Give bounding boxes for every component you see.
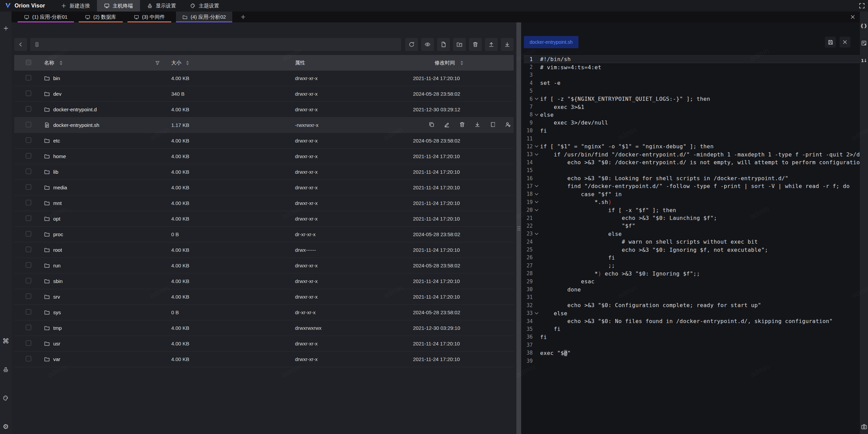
file-name[interactable]: usr	[53, 341, 60, 346]
download-button[interactable]	[501, 38, 514, 51]
editor-file-tab[interactable]: docker-entrypoint.sh	[524, 36, 578, 48]
fold-chevron-icon[interactable]	[534, 232, 539, 236]
refresh-button[interactable]	[405, 38, 418, 51]
screenshot-button[interactable]	[860, 422, 868, 431]
new-connection-button[interactable]	[0, 24, 12, 33]
row-checkbox[interactable]	[26, 137, 31, 143]
table-row[interactable]: media 4.00 KB drwxr-xr-x 2021-11-24 17:2…	[14, 180, 514, 195]
row-checkbox[interactable]	[26, 278, 31, 283]
path-input[interactable]	[43, 42, 397, 47]
navbar-menu-item[interactable]: 显示设置	[140, 0, 183, 12]
trash-button[interactable]	[459, 121, 465, 128]
table-row[interactable]: run 4.00 KB drwxr-xr-x 2024-05-28 23:58:…	[14, 258, 514, 273]
row-checkbox[interactable]	[26, 356, 31, 361]
permission-button[interactable]	[505, 121, 511, 128]
trash-button[interactable]	[469, 38, 482, 51]
sort-size-control[interactable]	[186, 61, 189, 65]
row-checkbox[interactable]	[26, 200, 31, 205]
move-button[interactable]	[490, 121, 496, 128]
row-checkbox[interactable]	[26, 247, 31, 252]
table-row[interactable]: docker-entrypoint.sh 1.17 KB -rwxrwxr-x	[14, 117, 514, 133]
save-button[interactable]	[825, 37, 836, 48]
row-checkbox[interactable]	[26, 122, 31, 127]
row-checkbox[interactable]	[26, 340, 31, 346]
navbar-menu-item[interactable]: 新建连接	[54, 0, 97, 12]
row-checkbox[interactable]	[26, 325, 31, 330]
close-tabs-button[interactable]	[846, 12, 860, 22]
row-checkbox[interactable]	[26, 309, 31, 315]
sort-mtime-control[interactable]	[460, 61, 463, 65]
file-name[interactable]: var	[53, 356, 60, 362]
column-header-mtime[interactable]: 修改时间	[435, 60, 455, 66]
new-file-button[interactable]	[437, 38, 450, 51]
panel-splitter[interactable]	[516, 22, 521, 434]
table-row[interactable]: etc 4.00 KB drwxr-xr-x 2024-05-28 23:58:…	[14, 133, 514, 149]
close-editor-button[interactable]	[840, 37, 850, 48]
navbar-menu-item[interactable]: 主机终端	[97, 0, 140, 12]
file-name[interactable]: proc	[53, 231, 63, 237]
file-name[interactable]: sys	[53, 309, 61, 315]
fold-chevron-icon[interactable]	[534, 184, 539, 188]
table-row[interactable]: srv 4.00 KB drwxr-xr-x 2021-11-24 17:20:…	[14, 289, 514, 305]
edit-button[interactable]	[444, 121, 450, 128]
table-row[interactable]: proc 0 B dr-xr-xr-x 2024-05-28 23:58:02	[14, 227, 514, 242]
table-row[interactable]: bin 4.00 KB drwxr-xr-x 2021-11-24 17:20:…	[14, 71, 514, 86]
eye-button[interactable]	[421, 38, 434, 51]
column-header-name[interactable]: 名称	[44, 60, 54, 66]
table-row[interactable]: var 4.00 KB drwxr-xr-x 2021-11-24 17:20:…	[14, 352, 514, 367]
gear-button[interactable]: ⚙	[0, 422, 12, 431]
path-box[interactable]	[30, 38, 401, 51]
fold-chevron-icon[interactable]	[534, 192, 539, 196]
file-name[interactable]: docker-entrypoint.sh	[53, 122, 99, 128]
file-name[interactable]: tmp	[53, 325, 62, 331]
file-name[interactable]: bin	[53, 75, 60, 81]
row-checkbox[interactable]	[26, 262, 31, 268]
table-row[interactable]: home 4.00 KB drwxr-xr-x 2021-11-24 17:20…	[14, 149, 514, 164]
fold-chevron-icon[interactable]	[534, 152, 539, 157]
fold-chevron-icon[interactable]	[534, 97, 539, 101]
table-row[interactable]: opt 4.00 KB drwxr-xr-x 2021-11-24 17:20:…	[14, 211, 514, 227]
terminal-tab[interactable]: (2) 数据库	[79, 12, 123, 22]
sort-name-control[interactable]	[60, 61, 62, 65]
file-name[interactable]: home	[53, 153, 66, 159]
fold-chevron-icon[interactable]	[534, 200, 539, 204]
row-checkbox[interactable]	[26, 153, 31, 158]
row-checkbox[interactable]	[26, 294, 31, 299]
file-name[interactable]: run	[53, 263, 61, 268]
table-row[interactable]: docker-entrypoint.d 4.00 KB drwxr-xr-x 2…	[14, 102, 514, 117]
file-bookmark-button[interactable]	[860, 39, 868, 47]
table-row[interactable]: sys 0 B dr-xr-xr-x 2024-05-28 23:58:02	[14, 305, 514, 320]
command-button[interactable]: ⌘	[0, 337, 12, 345]
upload-button[interactable]	[485, 38, 498, 51]
terminal-tab[interactable]: (3) 中间件	[127, 12, 172, 22]
column-header-size[interactable]: 大小	[171, 60, 181, 66]
palette-button[interactable]	[0, 394, 12, 402]
download-button[interactable]	[474, 121, 480, 128]
row-checkbox[interactable]	[26, 169, 31, 174]
table-row[interactable]: usr 4.00 KB drwxr-xr-x 2021-11-24 17:20:…	[14, 336, 514, 352]
sort-lines-button[interactable]: 1↓	[860, 56, 868, 64]
new-folder-button[interactable]	[453, 38, 466, 51]
fullscreen-button[interactable]	[856, 0, 868, 12]
file-name[interactable]: mnt	[53, 200, 62, 206]
select-all-checkbox[interactable]	[26, 60, 31, 65]
fold-chevron-icon[interactable]	[534, 311, 539, 316]
file-name[interactable]: dev	[53, 91, 61, 97]
file-name[interactable]: media	[53, 185, 67, 190]
navbar-menu-item[interactable]: 主题设置	[183, 0, 226, 12]
terminal-tab[interactable]: (1) 应用-分析01	[18, 12, 74, 22]
file-name[interactable]: root	[53, 247, 62, 253]
table-row[interactable]: mnt 4.00 KB drwxr-xr-x 2021-11-24 17:20:…	[14, 195, 514, 211]
file-name[interactable]: srv	[53, 294, 60, 300]
table-row[interactable]: lib 4.00 KB drwxr-xr-x 2021-11-24 17:20:…	[14, 164, 514, 180]
fold-chevron-icon[interactable]	[534, 113, 539, 117]
stamp-button[interactable]	[0, 365, 12, 374]
table-row[interactable]: root 4.00 KB drwx------ 2021-11-24 17:20…	[14, 242, 514, 258]
add-tab-button[interactable]	[237, 12, 249, 22]
table-row[interactable]: sbin 4.00 KB drwxr-xr-x 2021-11-24 17:20…	[14, 273, 514, 289]
braces-button[interactable]: {}	[860, 22, 868, 30]
table-row[interactable]: dev 340 B drwxr-xr-x 2024-05-28 23:58:02	[14, 86, 514, 102]
row-checkbox[interactable]	[26, 231, 31, 237]
copy-button[interactable]	[429, 121, 435, 128]
fold-chevron-icon[interactable]	[534, 144, 539, 149]
